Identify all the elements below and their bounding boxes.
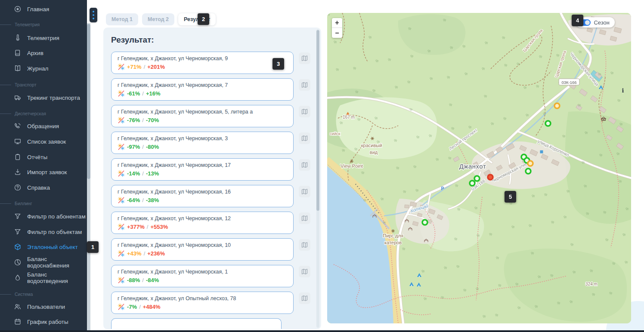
show-on-map-button[interactable] [299, 239, 310, 251]
archive-icon [14, 49, 22, 57]
svg-text:03К-166: 03К-166 [561, 80, 576, 85]
show-on-map-button[interactable] [299, 106, 310, 117]
tab-метод-2[interactable]: Метод 2 [142, 13, 174, 25]
map-canvas[interactable]: iP Черноморская улицаЧерноморская улицау… [327, 13, 631, 323]
sidebar-scrollbar[interactable] [87, 23, 90, 330]
sidebar-item-label: Фильтр по абонентам [27, 213, 86, 220]
svg-text:P: P [441, 186, 444, 191]
season-icon [118, 277, 125, 284]
map-marker-green[interactable] [474, 176, 480, 181]
sidebar-item-label: Баланс водоснабжения [27, 256, 87, 269]
tab-результат[interactable]: Результат [178, 13, 216, 25]
annotation-badge-2: 2 [198, 13, 209, 25]
sidebar-item-home[interactable]: Главная [0, 2, 87, 16]
result-card[interactable]: г Геленджик, х Джанхот, ул Черноморская,… [111, 212, 294, 234]
sidebar-item-pie[interactable]: Баланс водоснабжения [0, 255, 87, 270]
result-delta-1: -97% [127, 144, 140, 150]
result-delta-1: +71% [127, 64, 142, 70]
result-row: г Геленджик, х Джанхот, ул Черноморская,… [111, 78, 321, 101]
show-on-map-button[interactable] [299, 79, 310, 91]
show-on-map-button[interactable] [299, 159, 310, 171]
show-on-map-button[interactable] [299, 186, 310, 197]
map-marker-yellow[interactable] [528, 161, 533, 166]
result-values: -64% / -38% [118, 197, 287, 204]
show-on-map-button[interactable] [299, 132, 310, 144]
result-card[interactable]: г Геленджик, х Джанхот, ул Черноморская,… [111, 238, 294, 261]
map-label: красивый [361, 143, 382, 148]
map-marker-green[interactable] [545, 121, 551, 126]
sidebar-item-label: Журнал [27, 65, 48, 72]
clipboard-icon [14, 153, 22, 161]
sidebar-item-clipboard[interactable]: Отчёты [0, 150, 87, 164]
sidebar-item-monitor[interactable]: Список заявок [0, 134, 87, 149]
result-delta-1: -88% [127, 277, 140, 283]
sidebar-item-label: Телеметрия [27, 35, 59, 41]
sidebar-item-thermometer[interactable]: Телеметрия [0, 31, 87, 45]
map-marker-yellow[interactable] [554, 103, 560, 108]
result-card[interactable]: г Геленджик, х Джанхот, ул Опытный лесхо… [111, 292, 294, 314]
zoom-out-button[interactable]: − [332, 28, 342, 38]
result-delta-1: +377% [127, 224, 145, 230]
sidebar-item-truck[interactable]: Трекинг транспорта [0, 90, 87, 105]
map-marker-green[interactable] [526, 169, 531, 174]
show-on-map-button[interactable] [299, 52, 310, 64]
sidebar-item-phone[interactable]: Обращения [0, 119, 87, 133]
season-toggle-label: Сезон [594, 19, 610, 26]
annotation-badge-1: 1 [87, 241, 99, 253]
season-icon [118, 90, 125, 97]
sidebar-item-label: Импорт заявок [27, 169, 67, 175]
sidebar-item-import[interactable]: Импорт заявок [0, 165, 87, 179]
result-card[interactable]: г Геленджик, х Джанхот, ул Черноморская,… [111, 105, 294, 127]
sidebar-item-filter[interactable]: Фильтр по объектам [0, 224, 87, 239]
result-card[interactable]: г Геленджик, х Джанхот, ул Черноморская,… [111, 52, 294, 74]
map-label: катеров [384, 240, 402, 245]
map[interactable]: iP Черноморская улицаЧерноморская улицау… [327, 13, 631, 323]
result-delta-2: -38% [146, 197, 159, 203]
result-card[interactable]: г Геленджик, х Джанхот, ул Черноморская,… [111, 265, 294, 287]
sidebar-item-label: Список заявок [27, 138, 66, 145]
import-icon [14, 168, 22, 176]
sidebar-item-label: Отчёты [27, 154, 47, 160]
parking-icon: P [441, 186, 444, 191]
result-card[interactable]: г Геленджик, х Джанхот, ул Черноморская,… [111, 78, 294, 101]
sidebar-section-label: Диспетчерская [0, 110, 87, 117]
season-icon [118, 303, 125, 310]
season-icon [118, 197, 125, 204]
result-row: г Геленджик, х Джанхот, ул Черноморская,… [111, 158, 321, 181]
map-label: сийск [330, 131, 341, 136]
result-delta-2: -80% [146, 144, 159, 150]
result-delta-2: -70% [146, 117, 159, 123]
result-delta-1: -61% [127, 90, 140, 97]
sidebar-item-filter[interactable]: Фильтр по абонентам [0, 209, 87, 224]
sidebar-item-drop[interactable]: Баланс водоотведения [0, 271, 87, 285]
sidebar-scrollbar-thumb[interactable] [87, 24, 90, 179]
map-marker-red[interactable] [488, 175, 493, 180]
result-card[interactable]: г Геленджик, х Джанхот, ул Черноморская,… [111, 158, 294, 181]
show-on-map-button[interactable] [299, 212, 310, 224]
result-address: г Геленджик, х Джанхот, ул Черноморская,… [118, 162, 287, 169]
result-card[interactable]: г Геленджик, х Джанхот, ул Черноморская,… [111, 132, 294, 154]
map-zoom-control: + − [332, 18, 342, 38]
map-marker-green[interactable] [422, 220, 427, 225]
results-scrollbar-thumb[interactable] [316, 30, 319, 211]
map-marker-blue-square[interactable] [540, 151, 543, 154]
map-marker-green[interactable] [470, 181, 475, 186]
result-values: +43% / +236% [118, 250, 287, 257]
app-root: ГлавнаяТелеметрияТелеметрияАрхивЖурналТр… [0, 0, 644, 332]
results-scrollbar[interactable] [316, 29, 319, 328]
show-on-map-button[interactable] [299, 292, 310, 304]
result-row: г Геленджик, х Джанхот, ул Черноморская,… [111, 238, 321, 261]
zoom-in-button[interactable]: + [332, 18, 342, 28]
tab-метод-1[interactable]: Метод 1 [106, 13, 138, 25]
sidebar-item-active[interactable]: Эталонный объект [0, 240, 87, 254]
result-card[interactable]: г Геленджик, х Джанхот, ул Черноморская,… [111, 185, 294, 207]
season-icon [118, 170, 125, 177]
sidebar-item-users[interactable]: Пользователи [0, 299, 87, 314]
sidebar-item-calendar[interactable]: График работы [0, 314, 87, 329]
show-on-map-button[interactable] [299, 266, 310, 277]
result-values: -97% / -80% [118, 143, 287, 151]
sidebar-item-archive[interactable]: Архив [0, 46, 87, 60]
sidebar-item-journal[interactable]: Журнал [0, 61, 87, 76]
sidebar-item-help[interactable]: Справка [0, 180, 87, 195]
panel-drag-handle[interactable] [90, 8, 97, 22]
